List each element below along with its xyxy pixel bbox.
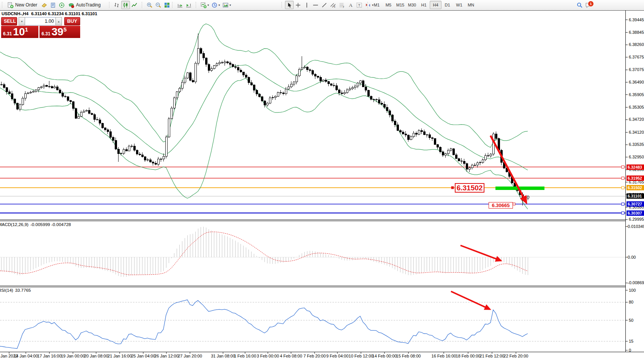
candlestick-icon [122, 2, 129, 8]
toolbar-group: New OrderAutoTrading [2, 0, 103, 9]
bar-chart-button[interactable] [112, 1, 121, 9]
chevron-down-icon: ▾ [229, 3, 231, 7]
buy-button[interactable]: BUY [64, 17, 80, 25]
timeframe-h1-button[interactable]: H1 [418, 1, 430, 9]
label-button[interactable]: T [355, 1, 364, 9]
notification-badge: 1 [588, 1, 594, 7]
timeframe-mn-button[interactable]: MN [465, 1, 477, 9]
svg-text:F: F [343, 5, 344, 8]
timeframe-m1-button[interactable]: M1 [371, 1, 383, 9]
timeframe-h4-button[interactable]: H4 [430, 1, 441, 9]
fibonacci-button[interactable]: F [337, 1, 346, 9]
chart-canvas[interactable] [0, 0, 644, 359]
toolbar: New OrderAutoTrading▾▾▾EFAT▾M1M5M15M30H1… [0, 0, 644, 10]
cursor-button[interactable] [285, 1, 294, 9]
chevron-down-icon: ▾ [207, 3, 209, 7]
toolbar-button-label: New Order [15, 2, 37, 8]
tile-windows-button[interactable] [163, 1, 171, 9]
zoom-in-button[interactable] [145, 1, 154, 9]
templates-button[interactable]: ▾ [221, 1, 232, 9]
price-annotation-support[interactable]: 6.31502 [455, 183, 484, 193]
zoom-out-button[interactable] [154, 1, 163, 9]
line-chart-icon [131, 2, 138, 8]
new-order-button[interactable]: New Order [5, 1, 40, 9]
macd-name: MACD(12,26,9) [0, 222, 28, 227]
symbol-name: USDCNH-,H4 [2, 11, 28, 16]
chart-svg [0, 0, 644, 359]
chat-button[interactable]: 1 [584, 1, 593, 9]
volume-decrease-button[interactable]: ▼ [19, 17, 25, 25]
candlestick-button[interactable] [121, 1, 130, 9]
one-click-order-row: SELL ▼ ▲ BUY [1, 17, 80, 25]
rsi-indicator-label: RSI(14)33.7765 [0, 288, 33, 293]
trendline-button[interactable] [320, 1, 329, 9]
sell-price-display[interactable]: 6.31 10 1 [1, 26, 38, 38]
tile-windows-icon [164, 2, 170, 8]
templates-icon [222, 2, 229, 8]
rsi-value: 33.7765 [15, 288, 31, 293]
buy-price-small: 6.31 [41, 31, 50, 36]
symbol-ohlc: 6.31140 6.31234 6.31101 6.31101 [31, 11, 97, 16]
profiles-icon [211, 2, 218, 8]
timeframe-m15-button[interactable]: M15 [394, 1, 406, 9]
chevron-up-icon: ▲ [57, 20, 60, 23]
search-icon [576, 2, 583, 8]
svg-text:T: T [358, 3, 361, 7]
timeframe-d1-button[interactable]: D1 [441, 1, 453, 9]
chart-shift-button[interactable] [184, 1, 193, 9]
chart-shift-icon [185, 2, 192, 8]
timeframe-w1-button[interactable]: W1 [453, 1, 465, 9]
profiles-button[interactable]: ▾ [210, 1, 221, 9]
rsi-name: RSI(14) [0, 288, 13, 293]
sell-button[interactable]: SELL [1, 17, 17, 25]
buy-price-big: 39 [52, 27, 63, 37]
sell-price-big: 10 [13, 27, 25, 37]
timeframe-m30-button[interactable]: M30 [406, 1, 418, 9]
one-click-price-row: 6.31 10 1 6.31 39 5 [1, 26, 80, 38]
sell-price-sup: 1 [25, 26, 28, 33]
line-chart-button[interactable] [130, 1, 139, 9]
price-annotation-low[interactable]: 6.30665 [489, 202, 513, 209]
crosshair-icon [295, 2, 301, 8]
toolbar-grip [196, 2, 198, 8]
new-chart-button[interactable]: ▾ [199, 1, 210, 9]
fibonacci-icon: F [339, 2, 345, 8]
volume-increase-button[interactable]: ▲ [55, 17, 62, 25]
eraser-icon [41, 2, 47, 8]
toolbar-button-label: AutoTrading [76, 2, 101, 8]
timeframe-m5-button[interactable]: M5 [383, 1, 394, 9]
eraser-button[interactable] [40, 1, 49, 9]
autotrading-button[interactable]: AutoTrading [66, 1, 103, 9]
horizontal-line-button[interactable] [311, 1, 320, 9]
new-order-icon [7, 2, 14, 8]
buy-price-display[interactable]: 6.31 39 5 [40, 26, 80, 38]
volume-stepper: ▼ ▲ [19, 17, 62, 25]
auto-scroll-icon [177, 2, 183, 8]
search-button[interactable] [575, 1, 584, 9]
toolbar-group [172, 0, 193, 9]
text-icon: A [347, 2, 354, 8]
cursor-icon [286, 2, 293, 8]
toolbar-group: ▾▾▾ [195, 0, 232, 9]
macd-values: -0.005999 -0.004728 [30, 222, 71, 227]
toolbar-group: EFAT▾ [281, 0, 375, 9]
auto-scroll-button[interactable] [176, 1, 184, 9]
vertical-line-icon [304, 2, 310, 8]
bar-chart-icon [114, 2, 120, 8]
toolbar-group [109, 0, 139, 9]
macd-indicator-label: MACD(12,26,9)-0.005999 -0.004728 [0, 222, 73, 227]
toolbar-group [141, 0, 171, 9]
crosshair-button[interactable] [294, 1, 302, 9]
text-button[interactable]: A [346, 1, 355, 9]
scripts-button[interactable] [49, 1, 57, 9]
zoom-in-icon [146, 2, 153, 8]
signals-button[interactable] [57, 1, 66, 9]
channel-button[interactable]: E [329, 1, 337, 9]
signals-icon [59, 2, 65, 8]
vertical-line-button[interactable] [302, 1, 311, 9]
channel-icon: E [330, 2, 336, 8]
chevron-down-icon: ▾ [218, 3, 220, 7]
autotrading-icon [68, 2, 74, 8]
volume-input[interactable] [25, 17, 55, 25]
horizontal-line-icon [312, 2, 319, 8]
